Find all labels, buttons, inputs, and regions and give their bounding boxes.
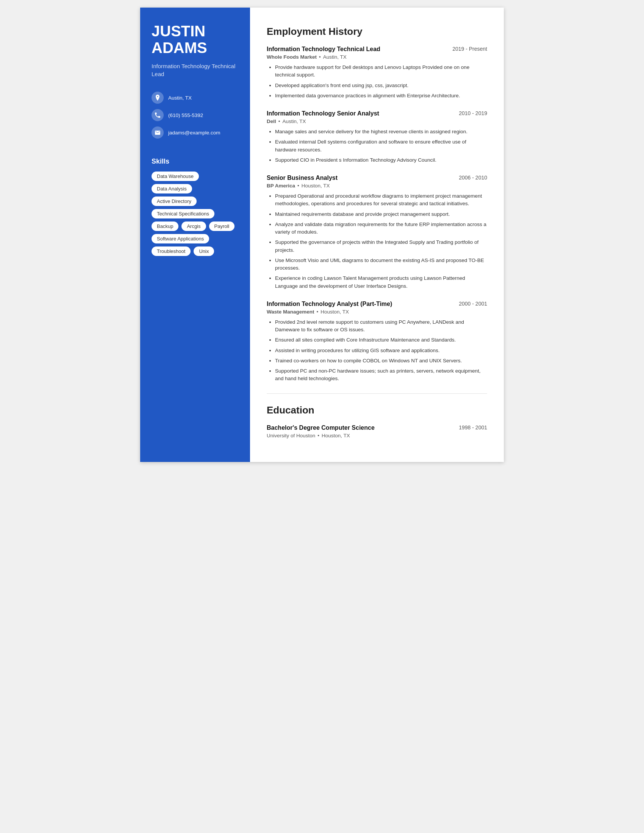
list-item: Provided 2nd level remote support to cus… (275, 318, 487, 334)
skill-tag: Technical Specifications (151, 209, 214, 219)
list-item: Prepared Operational and procedural work… (275, 192, 487, 208)
edu-dates: 1998 - 2001 (459, 425, 487, 431)
skill-tag: Active Directory (151, 196, 196, 206)
contact-section: Austin, TX (610) 555-5392 jadams@example… (151, 92, 239, 138)
list-item: Manage sales and service delivery for th… (275, 128, 487, 135)
job-bullets: Provide hardware support for Dell deskto… (267, 64, 487, 100)
job-company: Dell • Austin, TX (267, 119, 487, 124)
job-dates: 2000 - 2001 (459, 301, 487, 307)
job-bullets: Manage sales and service delivery for th… (267, 128, 487, 164)
list-item: Assisted in writing procedures for utili… (275, 347, 487, 354)
job-block: Information Technology Senior Analyst201… (267, 110, 487, 164)
job-title: Information Technology Senior Analyst (267, 110, 379, 117)
skill-tag: Backup (151, 222, 179, 231)
location-text: Austin, TX (168, 95, 192, 101)
skill-tag: Data Warehouse (151, 172, 199, 181)
education-heading: Education (267, 404, 487, 416)
job-bullets: Prepared Operational and procedural work… (267, 192, 487, 290)
job-dates: 2019 - Present (452, 46, 487, 52)
list-item: Evaluated internal Dell systems configur… (275, 138, 487, 154)
edu-title: Bachelor's Degree Computer Science (267, 425, 375, 431)
skills-heading: Skills (151, 158, 239, 166)
list-item: Analyze and validate data migration requ… (275, 221, 487, 236)
list-item: Maintained requirements database and pro… (275, 211, 487, 218)
job-header: Information Technology Technical Lead201… (267, 46, 487, 53)
candidate-title: Information Technology Technical Lead (151, 62, 239, 78)
job-header: Information Technology Senior Analyst201… (267, 110, 487, 117)
email-icon (151, 127, 164, 138)
list-item: Use Microsoft Visio and UML diagrams to … (275, 257, 487, 272)
skill-tag: Unix (193, 246, 214, 256)
list-item: Supported PC and non-PC hardware issues;… (275, 367, 487, 383)
skill-tag: Data Analysis (151, 184, 192, 193)
list-item: Developed application's front end using … (275, 82, 487, 89)
education-container: Bachelor's Degree Computer Science1998 -… (267, 425, 487, 439)
job-company: Waste Management • Houston, TX (267, 309, 487, 315)
list-item: Experience in coding Lawson Talent Manag… (275, 275, 487, 290)
skills-section: Skills Data WarehouseData AnalysisActive… (151, 158, 239, 256)
employment-heading: Employment History (267, 26, 487, 37)
skill-tag: Payroll (209, 222, 235, 231)
job-block: Information Technology Technical Lead201… (267, 46, 487, 100)
job-dates: 2010 - 2019 (459, 110, 487, 116)
edu-school: University of Houston • Houston, TX (267, 433, 487, 439)
skills-tags: Data WarehouseData AnalysisActive Direct… (151, 172, 239, 256)
jobs-container: Information Technology Technical Lead201… (267, 46, 487, 383)
skill-tag: Arcgis (182, 222, 206, 231)
email-item: jadams@example.com (151, 127, 239, 138)
phone-icon (151, 109, 164, 121)
job-company: Whole Foods Market • Austin, TX (267, 54, 487, 60)
list-item: Supported CIO in President s Information… (275, 156, 487, 164)
list-item: Trained co-workers on how to compile COB… (275, 357, 487, 365)
edu-block: Bachelor's Degree Computer Science1998 -… (267, 425, 487, 439)
job-title: Information Technology Technical Lead (267, 46, 380, 53)
skill-tag: Troubleshoot (151, 246, 190, 256)
email-text: jadams@example.com (168, 130, 221, 135)
list-item: Ensured all sites complied with Core Inf… (275, 336, 487, 344)
location-item: Austin, TX (151, 92, 239, 104)
edu-header: Bachelor's Degree Computer Science1998 -… (267, 425, 487, 431)
job-bullets: Provided 2nd level remote support to cus… (267, 318, 487, 383)
phone-text: (610) 555-5392 (168, 113, 203, 118)
job-company: BP America • Houston, TX (267, 183, 487, 188)
job-title: Information Technology Analyst (Part-Tim… (267, 301, 392, 307)
phone-item: (610) 555-5392 (151, 109, 239, 121)
job-header: Senior Business Analyst2006 - 2010 (267, 175, 487, 182)
main-content: Employment History Information Technolog… (250, 8, 504, 462)
list-item: Supported the governance of projects wit… (275, 238, 487, 254)
job-block: Senior Business Analyst2006 - 2010BP Ame… (267, 175, 487, 290)
section-divider (267, 393, 487, 394)
list-item: Provide hardware support for Dell deskto… (275, 64, 487, 79)
location-icon (151, 92, 164, 104)
list-item: Implemented data governance practices in… (275, 92, 487, 100)
sidebar: JUSTIN ADAMS Information Technology Tech… (140, 8, 250, 462)
skill-tag: Software Applications (151, 234, 209, 243)
job-title: Senior Business Analyst (267, 175, 338, 182)
job-dates: 2006 - 2010 (459, 175, 487, 181)
job-block: Information Technology Analyst (Part-Tim… (267, 301, 487, 383)
resume-container: JUSTIN ADAMS Information Technology Tech… (140, 8, 504, 462)
candidate-name: JUSTIN ADAMS (151, 23, 239, 56)
job-header: Information Technology Analyst (Part-Tim… (267, 301, 487, 307)
